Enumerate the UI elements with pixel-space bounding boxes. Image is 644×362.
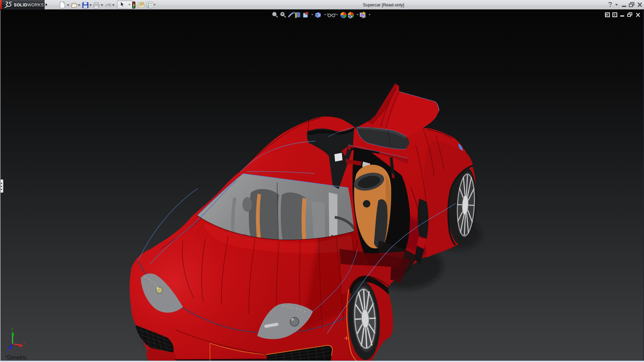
svg-text:SOLIDWORKS: SOLIDWORKS [14,3,44,7]
svg-text:X: X [23,341,25,345]
svg-text:Z: Z [7,350,8,353]
svg-text:Y: Y [11,327,13,331]
